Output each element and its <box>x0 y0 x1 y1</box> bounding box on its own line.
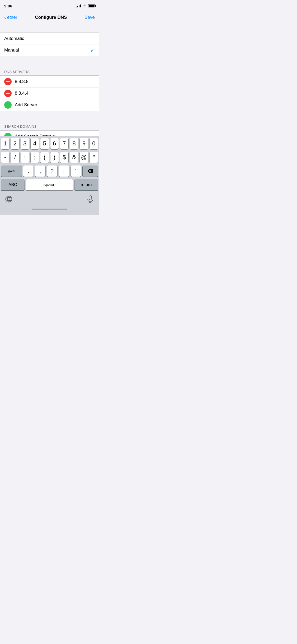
dns-server-row-1[interactable]: 8.8.8.8 <box>0 76 99 88</box>
keyboard-row-3: #+= . , ? ! ' <box>1 165 98 177</box>
key-4[interactable]: 4 <box>31 138 39 149</box>
key-dollar[interactable]: $ <box>60 152 68 163</box>
keyboard-row-2: - / : ; ( ) $ & @ " <box>1 152 98 163</box>
key-hash-toggle[interactable]: #+= <box>1 165 22 177</box>
section-gap-top <box>0 23 99 33</box>
dns-server-1-ip: 8.8.8.8 <box>15 79 29 84</box>
status-icons <box>76 4 95 7</box>
save-button[interactable]: Save <box>84 15 95 20</box>
search-domains-header: SEARCH DOMAINS <box>0 120 99 130</box>
page-title: Configure DNS <box>35 15 67 20</box>
back-chevron-icon: ‹ <box>4 15 6 20</box>
microphone-icon <box>87 195 93 203</box>
search-domains-header-text: SEARCH DOMAINS <box>4 125 37 128</box>
delete-icon <box>87 169 93 173</box>
key-6[interactable]: 6 <box>50 138 59 149</box>
key-1[interactable]: 1 <box>1 138 9 149</box>
key-7[interactable]: 7 <box>60 138 68 149</box>
key-quote[interactable]: " <box>90 152 98 163</box>
automatic-label: Automatic <box>4 36 95 41</box>
nav-bar: ‹ ether Configure DNS Save <box>0 12 99 23</box>
add-server-button[interactable] <box>4 101 12 109</box>
add-server-label: Add Server <box>15 102 37 108</box>
dns-servers-header: DNS SERVERS <box>0 66 99 76</box>
battery-icon <box>88 4 95 7</box>
key-open-paren[interactable]: ( <box>40 152 49 163</box>
remove-server-1-button[interactable] <box>4 78 12 85</box>
key-semicolon[interactable]: ; <box>31 152 39 163</box>
manual-label: Manual <box>4 48 90 53</box>
key-5[interactable]: 5 <box>40 138 49 149</box>
automatic-option[interactable]: Automatic <box>0 33 99 44</box>
keyboard-bottom-row <box>1 193 98 205</box>
manual-option[interactable]: Manual ✓ <box>0 44 99 56</box>
key-apostrophe[interactable]: ' <box>71 165 81 177</box>
keyboard-row-4: ABC space return <box>1 179 98 190</box>
key-8[interactable]: 8 <box>70 138 78 149</box>
key-period[interactable]: . <box>23 165 34 177</box>
dns-server-row-2[interactable]: 8.8.4.4 <box>0 88 99 99</box>
key-abc[interactable]: ABC <box>1 179 25 190</box>
status-bar: 9:06 <box>0 0 99 12</box>
delete-key[interactable] <box>83 165 98 177</box>
dns-servers-list: 8.8.8.8 8.8.4.4 Add Server <box>0 76 99 111</box>
keyboard-row-1: 1 2 3 4 5 6 7 8 9 0 <box>1 138 98 149</box>
key-minus[interactable]: - <box>1 152 9 163</box>
section-gap-search <box>0 111 99 120</box>
key-slash[interactable]: / <box>11 152 19 163</box>
remove-server-2-button[interactable] <box>4 90 12 97</box>
home-bar <box>32 209 67 210</box>
microphone-key[interactable] <box>85 193 96 205</box>
home-indicator <box>1 205 98 214</box>
wifi-icon <box>82 4 87 7</box>
checkmark-icon: ✓ <box>90 47 95 53</box>
dns-mode-group: Automatic Manual ✓ <box>0 33 99 56</box>
key-ampersand[interactable]: & <box>70 152 78 163</box>
globe-icon <box>5 195 12 203</box>
key-exclaim[interactable]: ! <box>59 165 69 177</box>
status-time: 9:06 <box>4 4 12 8</box>
section-gap-dns <box>0 56 99 66</box>
globe-key[interactable] <box>3 193 14 205</box>
key-return[interactable]: return <box>74 179 98 190</box>
key-space[interactable]: space <box>26 179 73 190</box>
key-close-paren[interactable]: ) <box>50 152 59 163</box>
add-server-row[interactable]: Add Server <box>0 99 99 111</box>
dns-server-2-ip: 8.8.4.4 <box>15 91 29 96</box>
keyboard: 1 2 3 4 5 6 7 8 9 0 - / : ; ( ) $ & @ " … <box>0 136 99 215</box>
key-question[interactable]: ? <box>47 165 57 177</box>
key-at[interactable]: @ <box>80 152 88 163</box>
key-comma[interactable]: , <box>35 165 45 177</box>
dns-servers-header-text: DNS SERVERS <box>4 70 30 74</box>
key-0[interactable]: 0 <box>90 138 98 149</box>
key-2[interactable]: 2 <box>11 138 19 149</box>
key-3[interactable]: 3 <box>21 138 29 149</box>
key-colon[interactable]: : <box>21 152 29 163</box>
key-9[interactable]: 9 <box>80 138 88 149</box>
signal-icon <box>76 4 81 7</box>
back-label: ether <box>7 15 17 20</box>
svg-rect-1 <box>89 196 92 200</box>
back-button[interactable]: ‹ ether <box>4 15 17 20</box>
